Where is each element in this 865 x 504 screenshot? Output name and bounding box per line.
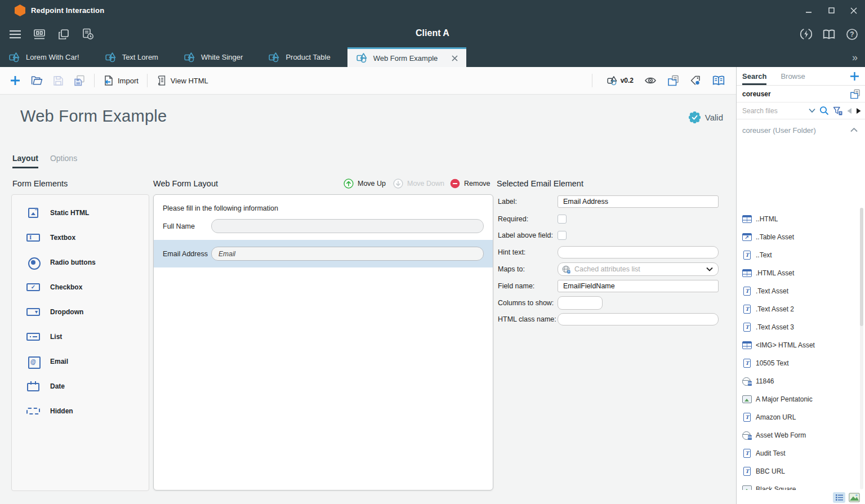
required-checkbox[interactable]	[558, 215, 567, 224]
add-asset-button[interactable]	[850, 67, 859, 85]
move-up-icon	[344, 179, 354, 189]
list-view-button[interactable]	[833, 492, 845, 503]
file-item[interactable]: .Text Asset	[737, 282, 859, 300]
file-item[interactable]: 10505 Text	[737, 354, 859, 372]
maps-to-value: Cached attributes list	[574, 265, 702, 273]
tab-close-button[interactable]	[452, 55, 458, 61]
tab-lorem-with-car[interactable]: Lorem With Car!	[0, 47, 96, 67]
library-button[interactable]	[712, 75, 725, 86]
form-element-item[interactable]: Static HTML	[12, 200, 149, 225]
sidebar-search-row	[737, 102, 865, 119]
tab-label: Product Table	[286, 53, 330, 61]
form-element-item[interactable]: Dropdown	[12, 300, 149, 324]
move-up-button[interactable]: Move Up	[344, 179, 386, 189]
page-next-button[interactable]	[856, 108, 862, 114]
form-element-item[interactable]: Hidden	[12, 399, 149, 423]
radio-icon	[26, 257, 41, 268]
toolbar-divider	[94, 74, 95, 87]
sidebar-scrollbar[interactable]	[860, 208, 863, 489]
form-element-item[interactable]: Textbox	[12, 225, 149, 250]
file-item[interactable]: .HTML Asset	[737, 264, 859, 282]
tab-white-singer[interactable]: White Singer	[175, 47, 260, 67]
form-element-item[interactable]: Email	[12, 349, 149, 374]
label-input[interactable]	[558, 195, 719, 208]
file-item[interactable]: Asset Web Form	[737, 426, 859, 444]
columns-to-show-input[interactable]	[558, 296, 603, 310]
file-item[interactable]: <IMG> HTML Asset	[737, 336, 859, 354]
form-element-item[interactable]: List	[12, 324, 149, 349]
image-icon	[742, 485, 752, 490]
folder-section-header[interactable]: coreuser (User Folder)	[737, 119, 865, 141]
help-button[interactable]: ?	[845, 27, 859, 42]
sync-button[interactable]	[799, 27, 813, 42]
minimize-button[interactable]	[797, 0, 820, 21]
file-item[interactable]: ..HTML	[737, 210, 859, 228]
remove-button[interactable]: Remove	[450, 179, 491, 189]
form-element-item[interactable]: Checkbox	[12, 275, 149, 300]
form-element-label: Radio buttons	[50, 258, 96, 266]
tab-overflow-button[interactable]: »	[852, 52, 858, 63]
label-above-checkbox[interactable]	[558, 231, 567, 240]
file-item[interactable]: ..Table Asset	[737, 228, 859, 246]
search-button[interactable]	[819, 106, 829, 115]
file-item[interactable]: .Text Asset 3	[737, 318, 859, 336]
field-name-input[interactable]	[558, 280, 719, 292]
file-item[interactable]: Amazon URL	[737, 408, 859, 426]
field-name-label: Field name:	[498, 282, 558, 290]
search-files-input[interactable]	[742, 107, 805, 115]
user-folder-button[interactable]	[850, 89, 860, 99]
search-scope-dropdown[interactable]	[809, 108, 815, 113]
docs-button[interactable]	[822, 27, 836, 42]
filter-button[interactable]	[833, 106, 842, 115]
open-button[interactable]	[26, 71, 47, 90]
thumbnail-view-button[interactable]	[848, 492, 860, 503]
page-prev-button[interactable]	[846, 108, 852, 114]
close-button[interactable]	[842, 0, 865, 21]
tab-product-table[interactable]: Product Table	[260, 47, 347, 67]
file-item[interactable]: 11846	[737, 372, 859, 390]
file-name: Black Square	[756, 485, 796, 490]
tab-text-lorem[interactable]: Text Lorem	[96, 47, 175, 67]
tag-button[interactable]	[690, 75, 701, 86]
file-item[interactable]: Audit Test	[737, 444, 859, 462]
file-item[interactable]: BBC URL	[737, 462, 859, 480]
window-controls	[797, 0, 865, 21]
file-item[interactable]: .Text Asset 2	[737, 300, 859, 318]
close-icon	[452, 55, 458, 61]
file-name: .Text Asset 2	[756, 305, 794, 313]
shapes-icon	[105, 52, 117, 63]
textbox-icon	[26, 232, 41, 243]
new-button[interactable]	[5, 71, 26, 90]
file-item[interactable]: Black Square	[737, 480, 859, 490]
import-button[interactable]: Import	[99, 75, 143, 86]
import-label: Import	[118, 77, 139, 85]
tab-web-form-example[interactable]: Web Form Example	[347, 47, 467, 67]
maps-to-select[interactable]: Cached attributes list	[558, 262, 719, 276]
scrollbar-thumb[interactable]	[860, 208, 863, 326]
move-down-button[interactable]: Move Down	[393, 179, 444, 189]
shapes-icon	[269, 52, 280, 63]
folder-contents-button[interactable]	[667, 75, 679, 86]
tab-layout[interactable]: Layout	[12, 154, 38, 168]
preview-button[interactable]	[644, 75, 657, 86]
hint-text-input[interactable]	[558, 246, 719, 258]
maximize-button[interactable]	[820, 0, 842, 21]
form-row-email-selected[interactable]: Email Address	[154, 240, 493, 267]
form-row-full-name[interactable]: Full Name	[154, 212, 493, 240]
tab-browse[interactable]: Browse	[781, 67, 805, 85]
tab-options[interactable]: Options	[50, 154, 77, 168]
file-item[interactable]: A Major Pentatonic	[737, 390, 859, 408]
email-input[interactable]	[211, 247, 484, 261]
save-all-button[interactable]	[69, 71, 90, 90]
full-name-input[interactable]	[211, 219, 484, 233]
file-item[interactable]: ..Text	[737, 246, 859, 264]
form-element-item[interactable]: Date	[12, 374, 149, 399]
view-html-button[interactable]: View HTML	[151, 75, 213, 86]
table-icon	[742, 233, 752, 242]
collapse-chevron-up-icon[interactable]	[850, 128, 858, 132]
menu-bar: Client A ?	[0, 21, 865, 47]
form-element-item[interactable]: Radio buttons	[12, 250, 149, 275]
tab-search[interactable]: Search	[742, 67, 766, 85]
save-button[interactable]	[47, 71, 69, 90]
html-class-name-input[interactable]	[558, 313, 719, 325]
